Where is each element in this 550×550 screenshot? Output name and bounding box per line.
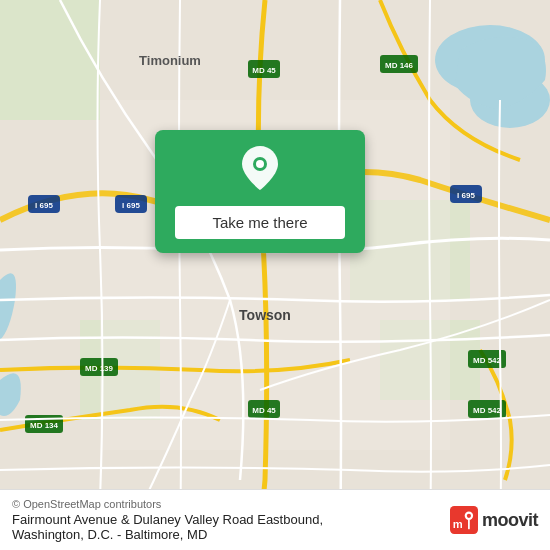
svg-text:Towson: Towson — [239, 307, 291, 323]
svg-text:MD 134: MD 134 — [30, 421, 59, 430]
location-name-text: Fairmount Avenue & Dulaney Valley Road E… — [12, 512, 323, 542]
take-me-there-button[interactable]: Take me there — [175, 206, 345, 239]
svg-point-31 — [256, 160, 264, 168]
moovit-logo: m moovit — [450, 506, 538, 534]
map-container: I 695 I 695 I 695 MD 45 MD 45 MD 146 MD … — [0, 0, 550, 550]
svg-text:m: m — [453, 518, 463, 530]
svg-rect-3 — [0, 0, 100, 120]
moovit-icon: m — [450, 506, 478, 534]
svg-text:MD 139: MD 139 — [85, 364, 114, 373]
svg-text:I 695: I 695 — [457, 191, 475, 200]
svg-text:MD 146: MD 146 — [385, 61, 414, 70]
attribution-text: © OpenStreetMap contributors — [12, 498, 323, 510]
svg-text:I 695: I 695 — [122, 201, 140, 210]
svg-text:MD 542: MD 542 — [473, 406, 502, 415]
location-card: Take me there — [155, 130, 365, 253]
svg-point-34 — [467, 514, 471, 518]
bottom-info: © OpenStreetMap contributors Fairmount A… — [12, 498, 323, 542]
map-svg: I 695 I 695 I 695 MD 45 MD 45 MD 146 MD … — [0, 0, 550, 550]
svg-text:MD 542: MD 542 — [473, 356, 502, 365]
bottom-bar: © OpenStreetMap contributors Fairmount A… — [0, 489, 550, 550]
svg-text:Timonium: Timonium — [139, 53, 201, 68]
svg-text:MD 45: MD 45 — [252, 406, 276, 415]
svg-text:I 695: I 695 — [35, 201, 53, 210]
svg-text:MD 45: MD 45 — [252, 66, 276, 75]
moovit-text: moovit — [482, 510, 538, 531]
location-pin-icon — [242, 146, 278, 194]
